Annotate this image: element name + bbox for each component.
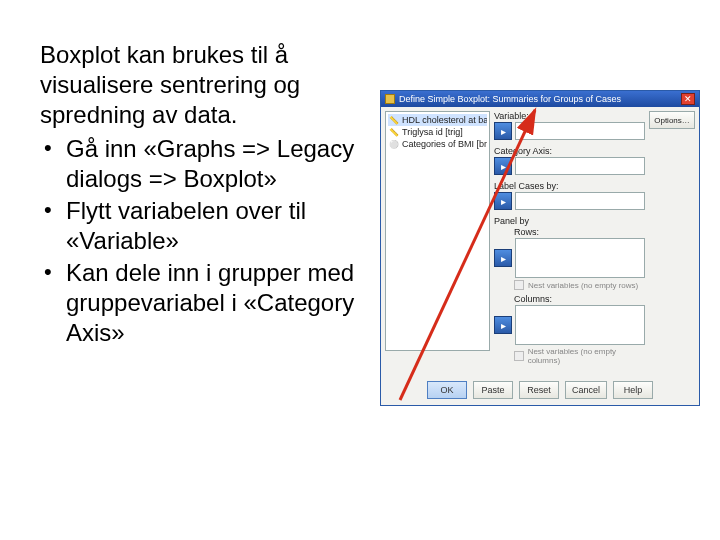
category-label: Category Axis: <box>494 146 645 156</box>
var-label: Categories of BMI [bm… <box>402 139 487 149</box>
scale-icon: 📏 <box>389 127 399 137</box>
dialog-titlebar[interactable]: Define Simple Boxplot: Summaries for Gro… <box>381 91 699 107</box>
var-label: HDL cholesterol at bas… <box>402 115 487 125</box>
move-variable-button[interactable]: ▸ <box>494 122 512 140</box>
help-button[interactable]: Help <box>613 381 653 399</box>
boxplot-dialog: Define Simple Boxplot: Summaries for Gro… <box>380 90 700 406</box>
nest-rows-checkbox[interactable] <box>514 280 524 290</box>
ok-button[interactable]: OK <box>427 381 467 399</box>
columns-label: Columns: <box>514 294 645 304</box>
close-icon[interactable]: ✕ <box>681 93 695 105</box>
paste-button[interactable]: Paste <box>473 381 513 399</box>
nest-cols-checkbox[interactable] <box>514 351 524 361</box>
bullet-1: Gå inn «Graphs => Legacy dialogs => Boxp… <box>40 134 370 194</box>
list-item[interactable]: 📏 Triglysa id [trig] <box>388 126 487 138</box>
nominal-icon: ⚪ <box>389 139 399 149</box>
nest-rows-label: Nest variables (no empty rows) <box>528 281 638 290</box>
nest-cols-label: Nest variables (no empty columns) <box>528 347 645 365</box>
var-label: Triglysa id [trig] <box>402 127 463 137</box>
options-button[interactable]: Options… <box>649 111 695 129</box>
bullet-2: Flytt variabelen over til «Variable» <box>40 196 370 256</box>
list-item[interactable]: ⚪ Categories of BMI [bm… <box>388 138 487 150</box>
columns-slot[interactable] <box>515 305 645 345</box>
list-item[interactable]: 📏 HDL cholesterol at bas… <box>388 114 487 126</box>
variable-list[interactable]: 📏 HDL cholesterol at bas… 📏 Triglysa id … <box>385 111 490 351</box>
slide-text: Boxplot kan brukes til å visualisere sen… <box>40 40 370 350</box>
scale-icon: 📏 <box>389 115 399 125</box>
labelby-slot[interactable] <box>515 192 645 210</box>
app-icon <box>385 94 395 104</box>
panelby-label: Panel by <box>494 216 645 226</box>
dialog-title: Define Simple Boxplot: Summaries for Gro… <box>399 94 681 104</box>
rows-slot[interactable] <box>515 238 645 278</box>
move-labelby-button[interactable]: ▸ <box>494 192 512 210</box>
bullet-3: Kan dele inn i grupper med gruppevariabe… <box>40 258 370 348</box>
dialog-button-row: OK Paste Reset Cancel Help <box>381 377 699 405</box>
rows-label: Rows: <box>514 227 645 237</box>
cancel-button[interactable]: Cancel <box>565 381 607 399</box>
intro-text: Boxplot kan brukes til å visualisere sen… <box>40 40 370 130</box>
labelby-label: Label Cases by: <box>494 181 645 191</box>
reset-button[interactable]: Reset <box>519 381 559 399</box>
variable-label: Variable: <box>494 111 645 121</box>
category-slot[interactable] <box>515 157 645 175</box>
variable-slot[interactable] <box>515 122 645 140</box>
move-rows-button[interactable]: ▸ <box>494 249 512 267</box>
move-category-button[interactable]: ▸ <box>494 157 512 175</box>
move-columns-button[interactable]: ▸ <box>494 316 512 334</box>
